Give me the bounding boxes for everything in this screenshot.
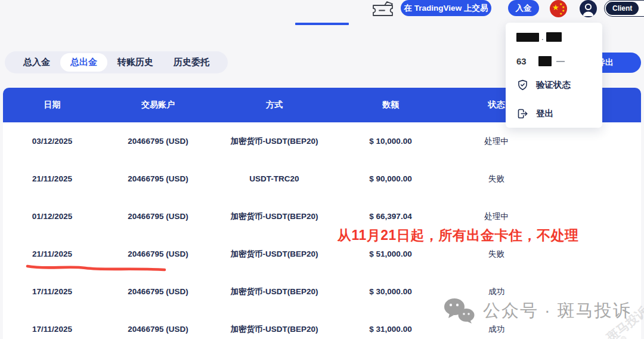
redaction-bar (546, 32, 562, 42)
header-account: 交易账户 (101, 100, 215, 110)
redaction-bar (516, 33, 539, 42)
menu-item-account-number-redacted[interactable]: 63 (516, 56, 565, 66)
menu-item-logout[interactable]: 登出 (516, 107, 553, 120)
row-status-badge: 处理中 (447, 211, 546, 222)
row-method: 加密货币-USDT(BEP20) (215, 136, 334, 147)
row-amount: $ 31,000.00 (334, 325, 447, 334)
row-method: USDT-TRC20 (215, 174, 334, 183)
row-status-badge: 成功 (447, 286, 546, 297)
active-nav-underline (295, 23, 349, 25)
tradingview-trade-button[interactable]: 在 TradingView 上交易 (401, 0, 491, 16)
header-method: 方式 (215, 100, 334, 110)
row-date: 17/11/2025 (3, 325, 101, 334)
row-status-badge: 成功 (447, 324, 546, 335)
tab-0[interactable]: 总入金 (13, 53, 60, 72)
row-date: 01/12/2025 (3, 212, 101, 221)
row-account: 20466795 (USD) (101, 249, 215, 258)
shield-check-icon (516, 79, 529, 91)
tab-1[interactable]: 总出金 (60, 53, 107, 72)
deposit-button[interactable]: 入金 (508, 0, 539, 16)
row-method: 加密货币-USDT(BEP20) (215, 286, 334, 297)
row-method: 加密货币-USDT(BEP20) (215, 249, 334, 260)
header-date: 日期 (3, 100, 101, 110)
red-hand-drawn-underline (23, 260, 172, 276)
menu-item-verify-status[interactable]: 验证状态 (516, 79, 571, 91)
row-amount: $ 51,000.00 (334, 249, 447, 258)
account-prefix: 63 (516, 56, 527, 66)
table-row[interactable]: 21/11/2025 20466795 (USD) USDT-TRC20 $ 9… (3, 160, 641, 198)
svg-text:★: ★ (552, 3, 559, 12)
row-date: 21/11/2025 (3, 249, 101, 258)
row-amount: $ 10,000.00 (334, 137, 447, 146)
row-account: 20466795 (USD) (101, 325, 215, 334)
row-account: 20466795 (USD) (101, 174, 215, 183)
svg-text:★: ★ (559, 12, 562, 16)
row-account: 20466795 (USD) (101, 212, 215, 221)
menu-item-user-name-redacted[interactable]: . (516, 32, 562, 42)
tab-3[interactable]: 历史委托 (163, 53, 219, 72)
row-amount: $ 90,000.00 (334, 174, 447, 183)
row-date: 21/11/2025 (3, 174, 101, 183)
tab-2[interactable]: 转账历史 (107, 53, 163, 72)
row-amount: $ 66,397.04 (334, 212, 447, 221)
row-date: 17/11/2025 (3, 287, 101, 296)
row-amount: $ 30,000.00 (334, 287, 447, 296)
client-ib-toggle[interactable]: Client IB (604, 0, 644, 17)
row-status-badge: 失败 (447, 249, 546, 260)
red-annotation-text: 从11月21日起，所有出金卡住，不处理 (338, 226, 594, 245)
row-status-badge: 失败 (447, 174, 546, 184)
redaction-dash (556, 61, 565, 62)
row-date: 03/12/2025 (3, 137, 101, 146)
table-row[interactable]: 17/11/2025 20466795 (USD) 加密货币-USDT(BEP2… (3, 310, 641, 339)
redaction-bar (538, 56, 552, 66)
row-account: 20466795 (USD) (101, 287, 215, 296)
history-tabs-bar: 总入金总出金转账历史历史委托 (5, 51, 228, 73)
account-dropdown-menu: . 63 验证状态 登出 (506, 23, 602, 128)
client-toggle-option[interactable]: Client (606, 2, 639, 15)
table-row[interactable]: 17/11/2025 20466795 (USD) 加密货币-USDT(BEP2… (3, 273, 641, 310)
language-flag-china-icon[interactable]: ★ ★ ★ ★ ★ (550, 0, 567, 17)
row-method: 加密货币-USDT(BEP20) (215, 324, 334, 335)
header-amount: 数额 (334, 100, 447, 110)
row-account: 20466795 (USD) (101, 137, 215, 146)
verify-status-label: 验证状态 (536, 79, 571, 91)
row-method: 加密货币-USDT(BEP20) (215, 211, 334, 222)
coupon-ticket-icon[interactable] (370, 1, 395, 17)
logout-label: 登出 (536, 108, 553, 119)
table-row[interactable]: 03/12/2025 20466795 (USD) 加密货币-USDT(BEP2… (3, 122, 641, 160)
profile-avatar-icon[interactable] (580, 0, 597, 17)
withdrawal-history-page: 在 TradingView 上交易 入金 ★ ★ ★ ★ ★ Client IB… (0, 0, 644, 339)
logout-icon (516, 107, 529, 120)
row-status-badge: 处理中 (447, 136, 546, 147)
